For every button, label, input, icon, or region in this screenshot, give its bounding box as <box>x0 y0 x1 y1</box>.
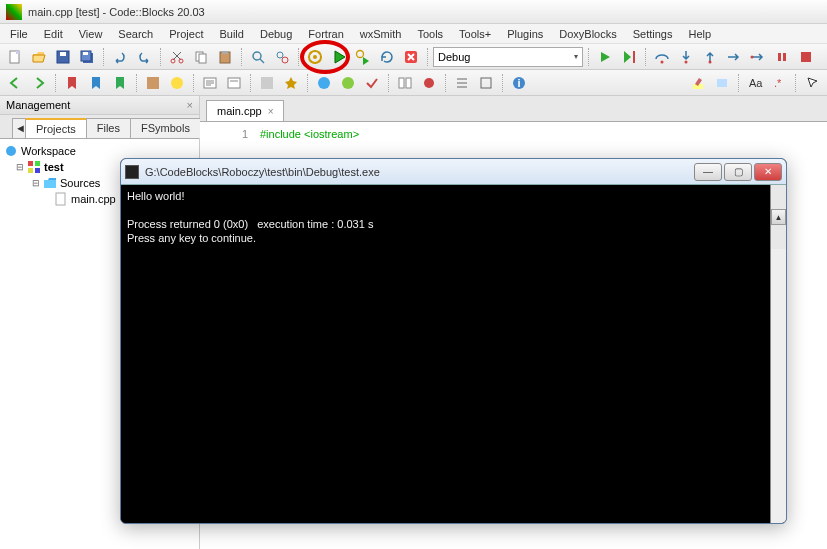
select-target-button[interactable] <box>475 72 497 94</box>
doxy-block-button[interactable] <box>199 72 221 94</box>
close-icon[interactable]: × <box>268 106 274 117</box>
step-instruction-button[interactable] <box>747 46 769 68</box>
diff-button[interactable] <box>394 72 416 94</box>
expander-icon[interactable]: ⊟ <box>16 162 24 172</box>
svg-point-22 <box>685 60 688 63</box>
editor-tab-main[interactable]: main.cpp × <box>206 100 284 121</box>
menu-edit[interactable]: Edit <box>36 26 71 42</box>
doxy-line-button[interactable] <box>223 72 245 94</box>
editor-tab-label: main.cpp <box>217 105 262 117</box>
cut-button[interactable] <box>166 46 188 68</box>
menu-help[interactable]: Help <box>680 26 719 42</box>
svg-point-17 <box>313 55 317 59</box>
doxy-settings-button[interactable] <box>361 72 383 94</box>
breakpoint-button[interactable] <box>418 72 440 94</box>
mgmt-tab-projects[interactable]: Projects <box>25 118 87 138</box>
mgmt-tab-files[interactable]: Files <box>86 118 131 138</box>
doxy-run-button[interactable] <box>256 72 278 94</box>
minimize-button[interactable]: — <box>694 163 722 181</box>
debug-run-button[interactable] <box>594 46 616 68</box>
build-and-run-button[interactable] <box>352 46 374 68</box>
menu-settings[interactable]: Settings <box>625 26 681 42</box>
bookmark-next-button[interactable] <box>109 72 131 94</box>
menu-search[interactable]: Search <box>110 26 161 42</box>
menu-project[interactable]: Project <box>161 26 211 42</box>
chevron-down-icon: ▾ <box>574 52 578 61</box>
bookmark-prev-button[interactable] <box>85 72 107 94</box>
console-title-text: G:\CodeBlocks\Roboczy\test\bin\Debug\tes… <box>145 166 694 178</box>
abort-button[interactable] <box>400 46 422 68</box>
menu-doxyblocks[interactable]: DoxyBlocks <box>551 26 624 42</box>
step-out-button[interactable] <box>699 46 721 68</box>
build-button[interactable] <box>304 46 326 68</box>
replace-button[interactable] <box>271 46 293 68</box>
regex-button[interactable]: .* <box>768 72 790 94</box>
run-button[interactable] <box>328 46 350 68</box>
console-titlebar[interactable]: G:\CodeBlocks\Roboczy\test\bin\Debug\tes… <box>121 159 786 185</box>
stop-debug-button[interactable] <box>795 46 817 68</box>
menu-debug[interactable]: Debug <box>252 26 300 42</box>
svg-text:i: i <box>517 77 520 89</box>
svg-rect-27 <box>801 52 811 62</box>
app-titlebar: main.cpp [test] - Code::Blocks 20.03 <box>0 0 827 24</box>
menu-fortran[interactable]: Fortran <box>300 26 351 42</box>
highlight-button[interactable] <box>687 72 709 94</box>
svg-rect-35 <box>399 78 404 88</box>
svg-rect-36 <box>406 78 411 88</box>
menu-tools[interactable]: Tools <box>409 26 451 42</box>
paste-button[interactable] <box>214 46 236 68</box>
selection-button[interactable] <box>711 72 733 94</box>
text-aa-button[interactable]: Aa <box>744 72 766 94</box>
break-button[interactable] <box>771 46 793 68</box>
window-title: main.cpp [test] - Code::Blocks 20.03 <box>28 6 205 18</box>
step-into-button[interactable] <box>675 46 697 68</box>
folder-icon <box>43 176 57 190</box>
mgmt-tab-fsymbols[interactable]: FSymbols <box>130 118 201 138</box>
console-window: G:\CodeBlocks\Roboczy\test\bin\Debug\tes… <box>120 158 787 524</box>
undo-button[interactable] <box>109 46 131 68</box>
rebuild-button[interactable] <box>376 46 398 68</box>
new-file-button[interactable] <box>4 46 26 68</box>
doxy-comment-button[interactable] <box>166 72 188 94</box>
console-output[interactable]: Hello world! Process returned 0 (0x0) ex… <box>121 185 786 523</box>
menu-build[interactable]: Build <box>211 26 251 42</box>
save-all-button[interactable] <box>76 46 98 68</box>
save-button[interactable] <box>52 46 74 68</box>
open-button[interactable] <box>28 46 50 68</box>
management-close-icon[interactable]: × <box>187 99 193 111</box>
toggle-source-button[interactable] <box>451 72 473 94</box>
find-button[interactable] <box>247 46 269 68</box>
menu-plugins[interactable]: Plugins <box>499 26 551 42</box>
console-scrollbar[interactable]: ▲ ▼ <box>770 185 786 523</box>
scroll-track[interactable] <box>771 249 786 524</box>
next-instruction-button[interactable] <box>723 46 745 68</box>
console-icon <box>125 165 139 179</box>
redo-button[interactable] <box>133 46 155 68</box>
menu-view[interactable]: View <box>71 26 111 42</box>
doxy-html-button[interactable] <box>313 72 335 94</box>
doxy-wizard-button[interactable] <box>280 72 302 94</box>
expander-icon[interactable]: ⊟ <box>32 178 40 188</box>
maximize-button[interactable]: ▢ <box>724 163 752 181</box>
step-over-button[interactable] <box>651 46 673 68</box>
bookmark-toggle-button[interactable] <box>61 72 83 94</box>
menu-file[interactable]: File <box>2 26 36 42</box>
scroll-up-button[interactable]: ▲ <box>771 209 786 225</box>
menu-toolsplus[interactable]: Tools+ <box>451 26 499 42</box>
mgmt-nav-prev[interactable]: ◄ <box>12 118 26 138</box>
svg-rect-3 <box>60 52 66 56</box>
info-button[interactable]: i <box>508 72 530 94</box>
svg-rect-25 <box>778 53 781 61</box>
fortran-button[interactable] <box>142 72 164 94</box>
menu-wxsmith[interactable]: wxSmith <box>352 26 410 42</box>
doxy-chm-button[interactable] <box>337 72 359 94</box>
nav-forward-button[interactable] <box>28 72 50 94</box>
build-target-value: Debug <box>438 51 470 63</box>
nav-back-button[interactable] <box>4 72 26 94</box>
copy-button[interactable] <box>190 46 212 68</box>
close-button[interactable]: ✕ <box>754 163 782 181</box>
tree-workspace[interactable]: Workspace <box>4 143 195 159</box>
run-to-cursor-button[interactable] <box>618 46 640 68</box>
cursor-button[interactable] <box>801 72 823 94</box>
build-target-combo[interactable]: Debug ▾ <box>433 47 583 67</box>
